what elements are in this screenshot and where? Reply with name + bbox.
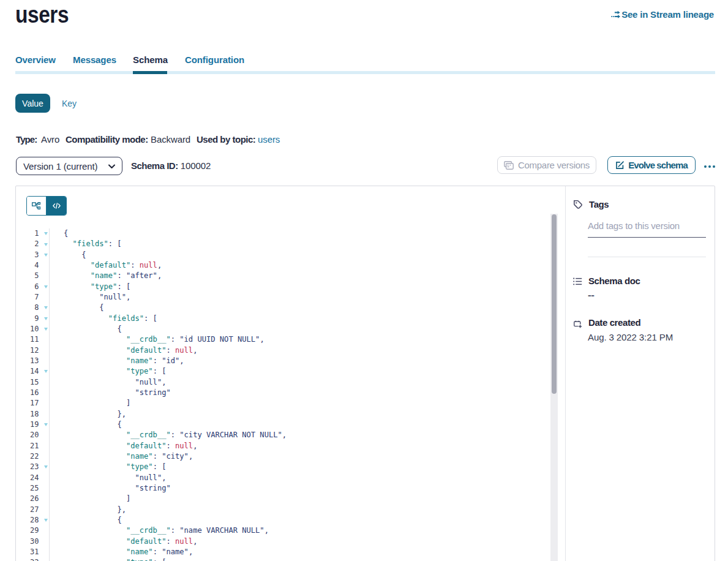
code-line: 32 "type": [ bbox=[16, 557, 551, 561]
fold-gutter bbox=[39, 314, 50, 324]
tabs-track bbox=[15, 71, 715, 74]
fold-gutter bbox=[39, 525, 50, 536]
tab-messages[interactable]: Messages bbox=[73, 54, 116, 66]
fold-toggle-icon[interactable] bbox=[44, 306, 48, 309]
fold-gutter bbox=[39, 515, 50, 525]
calendar-plus-icon bbox=[573, 320, 582, 328]
more-options-button[interactable] bbox=[703, 161, 716, 172]
compat-label-wrap: Compatibility mode: bbox=[66, 135, 148, 145]
compat-label: Compatibility mode: bbox=[66, 134, 148, 145]
line-number: 9 bbox=[16, 314, 39, 324]
code-line: 12 "default": null, bbox=[16, 345, 551, 356]
fold-toggle-icon[interactable] bbox=[44, 254, 48, 257]
code-line: 14 "type": [ bbox=[16, 366, 551, 377]
code-text: "name": "after", bbox=[49, 271, 551, 281]
fold-toggle-icon[interactable] bbox=[44, 285, 48, 288]
code-line: 21 "default": null, bbox=[16, 441, 551, 451]
fold-gutter bbox=[39, 451, 50, 462]
key-subtab[interactable]: Key bbox=[62, 94, 77, 113]
code-text: "type": [ bbox=[49, 282, 551, 292]
code-view-button[interactable] bbox=[47, 197, 66, 215]
code-text: "type": [ bbox=[49, 557, 551, 561]
line-number: 16 bbox=[16, 388, 39, 398]
line-number: 17 bbox=[16, 398, 39, 409]
tree-view-button[interactable] bbox=[27, 197, 47, 215]
tab-configuration[interactable]: Configuration bbox=[185, 54, 244, 66]
code-scrollbar[interactable] bbox=[550, 214, 558, 561]
fold-toggle-icon[interactable] bbox=[44, 243, 48, 246]
topic-link[interactable]: users bbox=[258, 134, 280, 145]
code-editor[interactable]: 1{2 "fields": [3 {4 "default": null,5 "n… bbox=[16, 228, 551, 561]
code-line: 13 "name": "id", bbox=[16, 356, 551, 366]
schema-sidebar: Tags Schema doc -- bbox=[565, 186, 715, 561]
code-line: 9 "fields": [ bbox=[16, 314, 551, 324]
code-text: "null", bbox=[49, 292, 551, 303]
code-line: 26 ] bbox=[16, 494, 551, 504]
code-line: 1{ bbox=[16, 228, 551, 239]
fold-gutter bbox=[39, 494, 50, 504]
fold-gutter bbox=[39, 420, 50, 430]
line-number: 4 bbox=[16, 260, 39, 271]
code-line: 29 "__crdb__": "name VARCHAR NULL", bbox=[16, 525, 551, 536]
code-line: 19 { bbox=[16, 420, 551, 430]
line-number: 13 bbox=[16, 356, 39, 366]
line-number: 7 bbox=[16, 292, 39, 303]
stream-lineage-link[interactable]: See in Stream lineage bbox=[621, 9, 714, 21]
code-line: 10 { bbox=[16, 324, 551, 334]
code-line: 15 "null", bbox=[16, 377, 551, 388]
fold-toggle-icon[interactable] bbox=[44, 423, 48, 426]
line-number: 14 bbox=[16, 366, 39, 377]
schema-doc-section-header: Schema doc bbox=[573, 276, 640, 286]
fold-toggle-icon[interactable] bbox=[44, 519, 48, 522]
version-select[interactable]: Version 1 (current) bbox=[16, 157, 122, 175]
fold-gutter bbox=[39, 250, 50, 260]
code-scrollbar-thumb[interactable] bbox=[552, 214, 557, 394]
code-text: "__crdb__": "city VARCHAR NOT NULL", bbox=[49, 430, 551, 440]
stream-lineage-label: See in Stream lineage bbox=[621, 9, 714, 21]
line-number: 5 bbox=[16, 271, 39, 281]
tab-schema[interactable]: Schema bbox=[133, 54, 168, 66]
line-number: 6 bbox=[16, 282, 39, 292]
fold-gutter bbox=[39, 462, 50, 472]
compare-versions-button[interactable]: Compare versions bbox=[497, 156, 596, 174]
line-number: 23 bbox=[16, 462, 39, 472]
line-number: 27 bbox=[16, 505, 39, 515]
code-text: { bbox=[49, 303, 551, 313]
evolve-schema-label: Evolve schema bbox=[628, 160, 688, 170]
topic-label-wrap: Used by topic: bbox=[197, 135, 255, 145]
code-text: "default": null, bbox=[49, 537, 551, 547]
code-text: { bbox=[49, 250, 551, 260]
version-select-value: Version 1 (current) bbox=[23, 161, 97, 171]
line-number: 1 bbox=[16, 228, 39, 239]
value-subtab[interactable]: Value bbox=[15, 94, 50, 113]
stream-lineage-icon[interactable] bbox=[611, 10, 621, 19]
code-line: 22 "name": "city", bbox=[16, 451, 551, 462]
code-line: 24 "null", bbox=[16, 473, 551, 483]
code-text: "fields": [ bbox=[49, 239, 551, 249]
fold-toggle-icon[interactable] bbox=[44, 328, 48, 331]
fold-gutter bbox=[39, 505, 50, 515]
fold-toggle-icon[interactable] bbox=[44, 317, 48, 320]
line-number: 19 bbox=[16, 420, 39, 430]
code-text: }, bbox=[49, 505, 551, 515]
evolve-schema-button[interactable]: Evolve schema bbox=[607, 156, 696, 174]
fold-toggle-icon[interactable] bbox=[44, 232, 48, 235]
code-text: "default": null, bbox=[49, 441, 551, 451]
line-number: 20 bbox=[16, 430, 39, 440]
line-number: 29 bbox=[16, 525, 39, 536]
schema-id: Schema ID: 100002 bbox=[131, 161, 211, 171]
code-text: { bbox=[49, 515, 551, 525]
code-text: "name": "name", bbox=[49, 547, 551, 557]
tab-overview[interactable]: Overview bbox=[15, 54, 56, 66]
code-text: { bbox=[49, 324, 551, 334]
fold-gutter bbox=[39, 334, 50, 345]
fold-gutter bbox=[39, 324, 50, 334]
code-text: "string" bbox=[49, 388, 551, 398]
code-text: }, bbox=[49, 409, 551, 420]
code-text: "null", bbox=[49, 377, 551, 388]
fold-toggle-icon[interactable] bbox=[44, 370, 48, 373]
fold-toggle-icon[interactable] bbox=[44, 465, 48, 469]
tags-input[interactable] bbox=[588, 219, 706, 238]
code-line: 7 "null", bbox=[16, 292, 551, 303]
fold-gutter bbox=[39, 239, 50, 249]
